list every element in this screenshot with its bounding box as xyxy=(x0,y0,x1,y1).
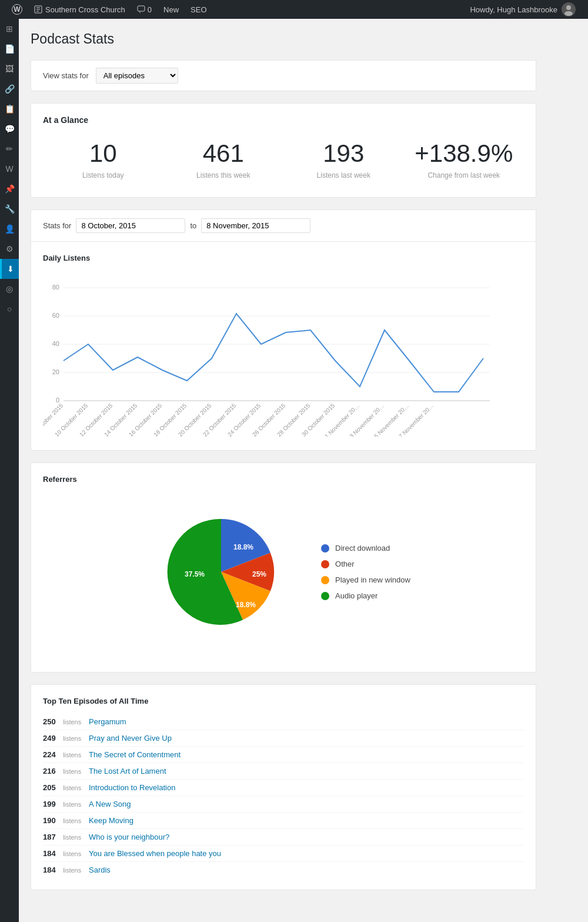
legend-dot-direct xyxy=(321,544,329,552)
referrers-section: Referrers 18.8% xyxy=(31,462,536,673)
legend-label-other: Other xyxy=(335,560,355,568)
at-a-glance-title: At a Glance xyxy=(43,115,524,125)
admin-sidebar: ⊞ 📄 🖼 🔗 📋 💬 ✏ W 📌 🔧 👤 ⚙ ⬇ ◎ ○ xyxy=(0,19,19,922)
episode-count-8: 187 xyxy=(43,833,59,841)
legend-dot-new-window xyxy=(321,576,329,584)
episode-row-4: 216 listens The Lost Art of Lament xyxy=(43,763,524,780)
episode-listens-label-1: listens xyxy=(63,718,85,725)
episode-listens-label-4: listens xyxy=(63,768,85,775)
svg-rect-3 xyxy=(138,6,145,11)
episode-listens-label-7: listens xyxy=(63,817,85,824)
stat-label-week: Listens this week xyxy=(196,171,250,179)
episode-link-9[interactable]: You are Blessed when people hate you xyxy=(89,849,221,858)
menu-links[interactable]: 🔗 xyxy=(0,79,19,99)
new-label: New xyxy=(163,5,179,14)
date-from-input[interactable] xyxy=(76,218,185,233)
legend-label-new-window: Played in new window xyxy=(335,575,410,584)
episode-listens-label-8: listens xyxy=(63,834,85,841)
legend-new-window: Played in new window xyxy=(321,575,410,584)
episodes-select[interactable]: All episodes xyxy=(96,68,178,84)
seo-button[interactable]: SEO xyxy=(185,0,212,19)
episode-link-2[interactable]: Pray and Never Give Up xyxy=(89,734,172,743)
episode-row-2: 249 listens Pray and Never Give Up xyxy=(43,730,524,747)
svg-text:18.8%: 18.8% xyxy=(236,601,256,609)
episode-row-1: 250 listens Pergamum xyxy=(43,714,524,730)
line-chart-wrap: 80 60 40 20 0 xyxy=(43,272,524,438)
episode-link-4[interactable]: The Lost Art of Lament xyxy=(89,767,166,775)
stat-change: +138.9% Change from last week xyxy=(404,134,524,185)
episode-link-5[interactable]: Introduction to Revelation xyxy=(89,783,175,792)
episode-listens-label-2: listens xyxy=(63,735,85,742)
svg-text:W: W xyxy=(14,5,21,14)
svg-text:37.5%: 37.5% xyxy=(185,570,205,578)
svg-point-5 xyxy=(566,5,571,10)
episode-count-6: 199 xyxy=(43,800,59,808)
site-name-button[interactable]: Southern Cross Church xyxy=(28,0,131,19)
main-content: Podcast Stats View stats for All episode… xyxy=(19,19,588,922)
episode-row-3: 224 listens The Secret of Contentment xyxy=(43,747,524,763)
episode-count-3: 224 xyxy=(43,750,59,759)
episode-row-6: 199 listens A New Song xyxy=(43,796,524,813)
howdy-user[interactable]: Howdy, Hugh Lashbrooke xyxy=(464,0,582,19)
page-title: Podcast Stats xyxy=(31,31,536,48)
menu-dashboard[interactable]: ⊞ xyxy=(0,19,19,39)
episode-link-1[interactable]: Pergamum xyxy=(89,717,126,726)
menu-users[interactable]: 👤 xyxy=(0,219,19,239)
episode-row-9: 184 listens You are Blessed when people … xyxy=(43,846,524,862)
stat-listens-today: 10 Listens today xyxy=(43,134,163,185)
menu-pages[interactable]: 📋 xyxy=(0,99,19,119)
episode-row-7: 190 listens Keep Moving xyxy=(43,813,524,829)
date-to-input[interactable] xyxy=(201,218,310,233)
menu-podcast[interactable]: ⬇ xyxy=(0,259,19,279)
stat-number-change: +138.9% xyxy=(404,140,524,167)
stat-label-change: Change from last week xyxy=(427,171,500,179)
stat-number-today: 10 xyxy=(43,140,163,167)
menu-media[interactable]: 🖼 xyxy=(0,59,19,79)
comments-count: 0 xyxy=(148,5,152,14)
legend-other: Other xyxy=(321,560,410,568)
episode-link-8[interactable]: Who is your neighbour? xyxy=(89,833,169,841)
stat-number-week: 461 xyxy=(163,140,284,167)
episode-count-9: 184 xyxy=(43,849,59,858)
wp-logo-button[interactable]: W xyxy=(6,0,28,19)
stats-for-label: Stats for xyxy=(43,221,71,230)
episode-link-10[interactable]: Sardis xyxy=(89,866,111,874)
episode-row-10: 184 listens Sardis xyxy=(43,862,524,878)
episode-link-3[interactable]: The Secret of Contentment xyxy=(89,750,181,759)
menu-circle2[interactable]: ○ xyxy=(0,299,19,319)
legend-dot-other xyxy=(321,560,329,568)
episode-row-5: 205 listens Introduction to Revelation xyxy=(43,780,524,796)
menu-pencil[interactable]: ✏ xyxy=(0,139,19,159)
daily-listens-chart: Daily Listens 80 60 40 20 0 xyxy=(31,241,536,451)
menu-tools[interactable]: 🔧 xyxy=(0,199,19,219)
stat-number-last-week: 193 xyxy=(283,140,404,167)
svg-point-6 xyxy=(564,11,573,16)
episode-link-7[interactable]: Keep Moving xyxy=(89,816,133,825)
comments-button[interactable]: 0 xyxy=(131,0,158,19)
legend-dot-audio xyxy=(321,592,329,600)
svg-text:60: 60 xyxy=(52,312,59,319)
episode-listens-label-10: listens xyxy=(63,867,85,874)
menu-pin[interactable]: 📌 xyxy=(0,179,19,199)
menu-comments[interactable]: 💬 xyxy=(0,119,19,139)
menu-posts[interactable]: 📄 xyxy=(0,39,19,59)
stats-grid: 10 Listens today 461 Listens this week 1… xyxy=(43,134,524,185)
episode-link-6[interactable]: A New Song xyxy=(89,800,131,808)
legend-direct-download: Direct download xyxy=(321,544,410,552)
stats-date-bar: Stats for to xyxy=(31,209,536,241)
menu-w[interactable]: W xyxy=(0,159,19,179)
svg-text:25%: 25% xyxy=(252,570,266,578)
menu-settings[interactable]: ⚙ xyxy=(0,239,19,259)
new-content-button[interactable]: New xyxy=(158,0,185,19)
menu-circle[interactable]: ◎ xyxy=(0,279,19,299)
episode-row-8: 187 listens Who is your neighbour? xyxy=(43,829,524,846)
stat-listens-week: 461 Listens this week xyxy=(163,134,284,185)
svg-text:80: 80 xyxy=(52,284,59,291)
svg-text:40: 40 xyxy=(52,340,59,347)
episode-count-7: 190 xyxy=(43,816,59,825)
episode-listens-label-9: listens xyxy=(63,850,85,857)
line-chart-svg: 80 60 40 20 0 xyxy=(43,272,502,437)
seo-label: SEO xyxy=(191,5,206,14)
svg-text:18.8%: 18.8% xyxy=(233,543,253,551)
view-stats-bar: View stats for All episodes xyxy=(31,60,536,91)
